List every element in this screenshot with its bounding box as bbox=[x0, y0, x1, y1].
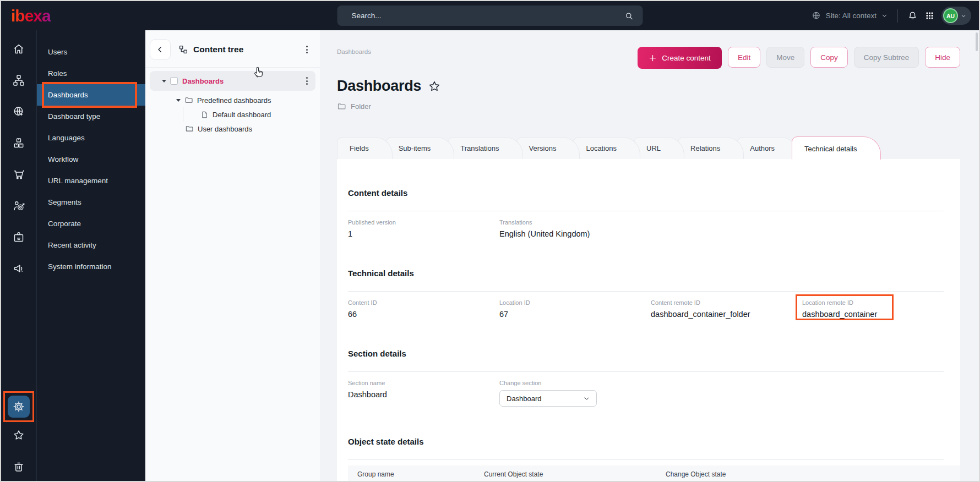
tab-technical-details[interactable]: Technical details bbox=[792, 136, 880, 160]
tab-sub-items[interactable]: Sub-items bbox=[386, 137, 455, 159]
admin-menu: Users Roles Dashboards Dashboard type La… bbox=[37, 30, 145, 482]
collapse-tree-button[interactable] bbox=[150, 39, 171, 60]
tab-translations[interactable]: Translations bbox=[448, 137, 522, 159]
search-input[interactable] bbox=[352, 12, 624, 20]
tree-item-checkbox[interactable] bbox=[170, 77, 178, 85]
tree-item-options-menu[interactable] bbox=[304, 75, 310, 87]
app-switcher-button[interactable] bbox=[925, 11, 934, 20]
field-translations: Translations English (United Kingdom) bbox=[499, 219, 651, 238]
object-state-table-header: Group name Current Object state Change O… bbox=[348, 465, 960, 482]
site-context-selector[interactable]: Site: All context bbox=[811, 10, 888, 21]
marketing-megaphone-icon[interactable] bbox=[8, 258, 30, 280]
move-button[interactable]: Move bbox=[766, 47, 804, 68]
field-section-name: Section name Dashboard bbox=[348, 380, 499, 407]
ibexa-logo: ibexa bbox=[11, 8, 51, 24]
tree-item-default-dashboard[interactable]: Default dashboard bbox=[150, 107, 315, 122]
icon-rail bbox=[1, 30, 37, 482]
field-location-id: Location ID 67 bbox=[499, 299, 651, 319]
divider bbox=[348, 211, 944, 211]
content-details-heading: Content details bbox=[348, 188, 960, 198]
menu-item-dashboards[interactable]: Dashboards bbox=[37, 84, 145, 106]
tab-authors[interactable]: Authors bbox=[737, 137, 798, 159]
column-current-object-state: Current Object state bbox=[484, 470, 666, 478]
section-details-heading: Section details bbox=[348, 349, 960, 358]
commerce-cart-icon[interactable] bbox=[8, 163, 30, 185]
chevron-down-icon bbox=[960, 13, 967, 19]
field-content-remote-id: Content remote ID dashboard_container_fo… bbox=[651, 299, 802, 319]
create-content-button[interactable]: Create content bbox=[638, 47, 722, 69]
hide-button[interactable]: Hide bbox=[925, 47, 960, 68]
grid-icon bbox=[925, 11, 934, 20]
menu-item-languages[interactable]: Languages bbox=[37, 127, 145, 149]
bookmarks-star-icon[interactable] bbox=[8, 424, 30, 446]
caret-down-icon[interactable] bbox=[176, 99, 181, 102]
change-section-select[interactable]: Dashboard bbox=[499, 390, 597, 407]
tree-item-dashboards[interactable]: Dashboards bbox=[150, 71, 315, 91]
avatar: AU bbox=[943, 8, 958, 23]
file-icon bbox=[200, 111, 209, 119]
global-search[interactable] bbox=[337, 6, 643, 26]
user-menu[interactable]: AU bbox=[941, 7, 971, 25]
sitemap-icon[interactable] bbox=[8, 69, 30, 91]
corporate-badge-icon[interactable] bbox=[8, 226, 30, 248]
bookmark-star-icon[interactable] bbox=[428, 80, 441, 93]
field-content-id: Content ID 66 bbox=[348, 299, 499, 319]
menu-item-dashboard-type[interactable]: Dashboard type bbox=[37, 106, 145, 127]
tab-relations[interactable]: Relations bbox=[678, 137, 744, 159]
home-icon[interactable] bbox=[8, 38, 30, 60]
content-tree-panel: Content tree Dashboards Predefined dashb… bbox=[145, 30, 320, 482]
notifications-button[interactable] bbox=[907, 10, 918, 21]
menu-item-users[interactable]: Users bbox=[37, 41, 145, 63]
admin-settings-button[interactable] bbox=[8, 396, 30, 418]
menu-item-roles[interactable]: Roles bbox=[37, 63, 145, 84]
breadcrumb[interactable]: Dashboards bbox=[337, 47, 371, 55]
personalization-icon[interactable] bbox=[8, 195, 30, 217]
copy-button[interactable]: Copy bbox=[810, 47, 848, 68]
column-change-object-state: Change Object state bbox=[666, 470, 726, 478]
gear-icon bbox=[12, 400, 25, 413]
main-content: Dashboards Create content Edit Move Copy… bbox=[320, 30, 979, 482]
tab-bar: Fields Sub-items Translations Versions L… bbox=[337, 136, 960, 159]
product-catalog-icon[interactable] bbox=[8, 132, 30, 154]
content-tree-icon bbox=[178, 45, 188, 54]
trash-icon[interactable] bbox=[8, 456, 30, 478]
bell-icon bbox=[907, 10, 918, 21]
chevron-left-icon bbox=[155, 45, 165, 54]
tree-item-user-dashboards[interactable]: User dashboards bbox=[150, 122, 315, 136]
globe-icon bbox=[811, 10, 821, 21]
tab-versions[interactable]: Versions bbox=[516, 137, 580, 159]
menu-item-corporate[interactable]: Corporate bbox=[37, 213, 145, 234]
content-type-label: Folder bbox=[351, 102, 371, 111]
app-window: ibexa Site: All context bbox=[0, 0, 980, 482]
tab-url[interactable]: URL bbox=[634, 137, 684, 159]
divider bbox=[348, 371, 944, 372]
chevron-down-icon bbox=[881, 12, 888, 19]
field-change-section: Change section Dashboard bbox=[499, 380, 651, 407]
tree-item-predefined-dashboards[interactable]: Predefined dashboards bbox=[150, 93, 315, 107]
tree-options-menu[interactable] bbox=[304, 43, 310, 56]
copy-subtree-button[interactable]: Copy Subtree bbox=[854, 47, 919, 68]
scrollbar-thumb[interactable] bbox=[976, 32, 978, 51]
folder-icon bbox=[185, 124, 194, 133]
chevron-down-icon bbox=[582, 395, 591, 403]
field-location-remote-id: Location remote ID dashboard_container bbox=[802, 299, 954, 319]
edit-button[interactable]: Edit bbox=[728, 47, 760, 68]
tree-guide-line bbox=[183, 107, 183, 122]
menu-item-segments[interactable]: Segments bbox=[37, 191, 145, 213]
tab-fields[interactable]: Fields bbox=[337, 137, 393, 159]
technical-details-heading: Technical details bbox=[348, 269, 960, 278]
menu-item-workflow[interactable]: Workflow bbox=[37, 149, 145, 170]
field-published-version: Published version 1 bbox=[348, 219, 499, 238]
tab-locations[interactable]: Locations bbox=[573, 137, 640, 159]
site-context-icon[interactable] bbox=[8, 101, 30, 123]
topbar-divider bbox=[897, 9, 898, 23]
search-icon[interactable] bbox=[624, 11, 634, 21]
menu-item-system-information[interactable]: System information bbox=[37, 256, 145, 277]
menu-item-recent-activity[interactable]: Recent activity bbox=[37, 234, 145, 256]
topbar: ibexa Site: All context bbox=[1, 1, 979, 30]
caret-down-icon[interactable] bbox=[162, 80, 166, 83]
menu-item-url-management[interactable]: URL management bbox=[37, 170, 145, 191]
divider bbox=[348, 291, 944, 292]
content-tree-title: Content tree bbox=[193, 45, 243, 54]
folder-icon bbox=[337, 102, 346, 111]
